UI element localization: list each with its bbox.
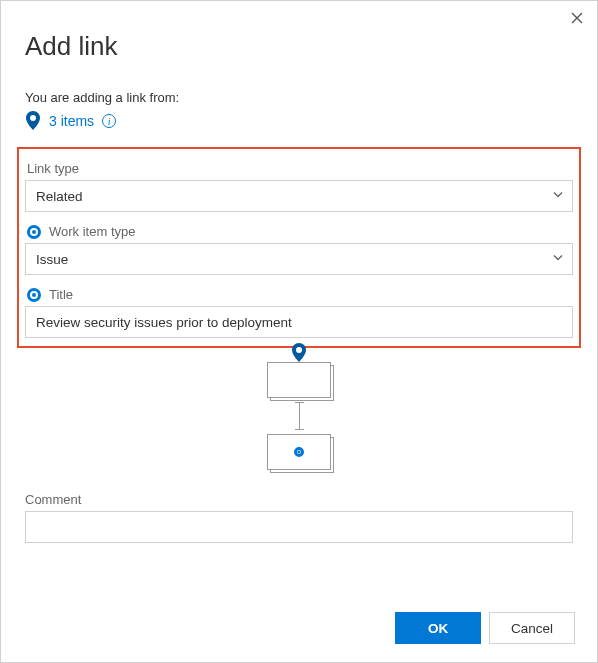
- source-subtitle: You are adding a link from:: [25, 90, 573, 105]
- close-icon: [571, 12, 583, 24]
- link-type-label: Link type: [27, 161, 573, 176]
- title-label-row: Title: [27, 287, 573, 302]
- title-input[interactable]: Review security issues prior to deployme…: [25, 306, 573, 338]
- work-item-type-dropdown[interactable]: Issue: [25, 243, 573, 275]
- cancel-button[interactable]: Cancel: [489, 612, 575, 644]
- target-icon: [27, 288, 41, 302]
- ok-button[interactable]: OK: [395, 612, 481, 644]
- dialog-title: Add link: [25, 31, 573, 62]
- work-item-type-label-row: Work item type: [27, 224, 573, 239]
- comment-input[interactable]: [25, 511, 573, 543]
- close-button[interactable]: [571, 11, 583, 27]
- diagram-target-box: [267, 434, 331, 470]
- highlighted-fields-region: Link type Related Work item type Issue T…: [17, 147, 581, 348]
- title-label: Title: [49, 287, 73, 302]
- source-items-row: 3 items i: [25, 111, 573, 131]
- link-type-dropdown[interactable]: Related: [25, 180, 573, 212]
- dialog-content: Add link You are adding a link from: 3 i…: [1, 1, 597, 563]
- diagram-source-box: [267, 362, 331, 398]
- target-icon: [27, 225, 41, 239]
- link-type-value: Related: [36, 189, 83, 204]
- svg-point-1: [296, 347, 302, 353]
- items-count-link[interactable]: 3 items: [49, 113, 94, 129]
- target-icon: [294, 447, 304, 457]
- diagram-connector: [299, 402, 300, 430]
- dialog-buttons: OK Cancel: [395, 612, 575, 644]
- comment-label: Comment: [25, 492, 573, 507]
- relationship-diagram: [25, 362, 573, 470]
- work-item-type-label: Work item type: [49, 224, 135, 239]
- pin-icon: [25, 111, 41, 131]
- svg-point-0: [30, 115, 36, 121]
- chevron-down-icon: [552, 252, 564, 267]
- info-icon[interactable]: i: [102, 114, 116, 128]
- pin-icon: [291, 343, 307, 367]
- work-item-type-value: Issue: [36, 252, 68, 267]
- title-value: Review security issues prior to deployme…: [36, 315, 292, 330]
- chevron-down-icon: [552, 189, 564, 204]
